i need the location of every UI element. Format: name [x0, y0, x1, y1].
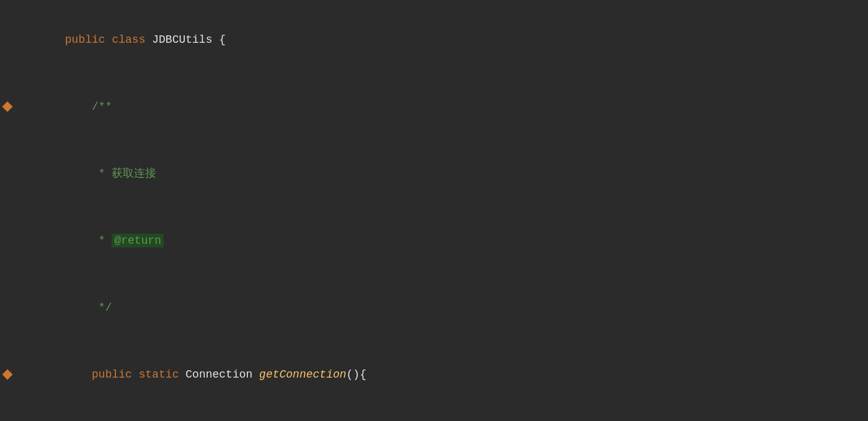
code-editor: public class JDBCUtils { /** * 获取连接 * @r…: [0, 0, 868, 421]
indent-5: [65, 301, 99, 314]
class-name: JDBCUtils: [152, 33, 219, 46]
line-content-5: */: [25, 274, 862, 341]
comment-asterisk: *: [99, 167, 112, 180]
indent-6: [65, 368, 92, 381]
comment-asterisk2: *: [99, 234, 112, 247]
indent-2: [65, 100, 92, 113]
breakpoint-diamond-2: [2, 102, 13, 112]
comment-start: /**: [92, 100, 112, 113]
code-line-4: * @return: [0, 207, 868, 274]
code-line-6: public static Connection getConnection()…: [0, 341, 868, 408]
line-content-3: * 获取连接: [25, 140, 862, 207]
keyword-static: static: [139, 368, 186, 381]
return-tag: @return: [112, 234, 164, 247]
comment-chinese: 获取连接: [112, 167, 156, 180]
code-line-1: public class JDBCUtils {: [0, 6, 868, 73]
breakpoint-diamond-6: [2, 370, 13, 380]
line-content-6: public static Connection getConnection()…: [25, 341, 862, 408]
line-content-7: String username = "root";: [25, 408, 862, 421]
type-connection: Connection: [185, 368, 259, 381]
indent-4: [65, 234, 99, 247]
method-getconnection: getConnection: [259, 368, 346, 381]
keyword-class: class: [112, 33, 152, 46]
brace-open: {: [219, 33, 226, 46]
paren-method: (){: [347, 368, 366, 381]
line-content-4: * @return: [25, 207, 862, 274]
keyword-public2: public: [92, 368, 139, 381]
keyword-public: public: [65, 33, 112, 46]
code-line-3: * 获取连接: [0, 140, 868, 207]
code-line-5: */: [0, 274, 868, 341]
line-content-1: public class JDBCUtils {: [25, 6, 862, 73]
indent-3: [65, 167, 99, 180]
comment-end: */: [99, 301, 112, 314]
line-content-2: /**: [25, 73, 862, 140]
code-line-2: /**: [0, 73, 868, 140]
code-line-7: String username = "root";: [0, 408, 868, 421]
